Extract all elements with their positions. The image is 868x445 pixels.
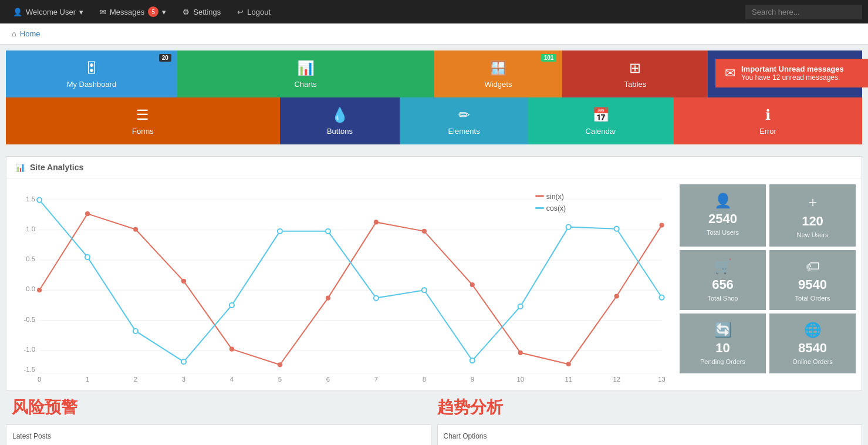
error-icon: ℹ bbox=[765, 107, 771, 123]
buttons-icon: 💧 bbox=[331, 107, 349, 123]
svg-text:-1.0: -1.0 bbox=[24, 346, 35, 353]
trend-panel: Chart Options bbox=[437, 424, 863, 445]
cos-dot bbox=[374, 295, 379, 300]
tables-label: Tables bbox=[624, 80, 647, 89]
tile-buttons[interactable]: 💧 Buttons bbox=[280, 97, 400, 144]
forms-label: Forms bbox=[132, 127, 154, 136]
search-input[interactable] bbox=[745, 5, 862, 19]
sin-dot bbox=[181, 279, 186, 284]
tile-calendar[interactable]: 📅 Calendar bbox=[528, 97, 674, 144]
sin-dot bbox=[518, 350, 523, 355]
svg-text:-0.5: -0.5 bbox=[24, 316, 35, 323]
trend-header: 趋势分析 bbox=[437, 390, 857, 424]
cos-dot bbox=[566, 225, 571, 230]
cos-dot bbox=[133, 329, 138, 333]
svg-text:1.5: 1.5 bbox=[26, 195, 35, 203]
online-orders-number: 8540 bbox=[798, 341, 827, 356]
chart-container: .axis-line { stroke: #ccc; stroke-width:… bbox=[12, 184, 674, 384]
breadcrumb-area: ⌂ Home ✉ Important Unread messages You h… bbox=[0, 23, 868, 45]
sin-dot bbox=[470, 282, 475, 287]
stat-total-users[interactable]: 👤 2540 Total Users bbox=[680, 184, 766, 247]
svg-text:7: 7 bbox=[374, 376, 378, 383]
stat-online-orders[interactable]: 🌐 8540 Online Orders bbox=[769, 313, 856, 373]
home-icon: ⌂ bbox=[12, 29, 16, 38]
user-label: Welcome User bbox=[26, 8, 76, 16]
svg-text:-1.5: -1.5 bbox=[24, 366, 35, 373]
analytics-panel: 📊 Site Analytics .axis-line { stroke: #c… bbox=[6, 156, 862, 390]
messages-badge: 5 bbox=[148, 6, 158, 17]
svg-text:1: 1 bbox=[86, 376, 89, 383]
navbar-left: 👤 Welcome User ▾ ✉ Messages 5 ▾ ⚙ Settin… bbox=[6, 0, 278, 23]
dashboard-label: My Dashboard bbox=[67, 80, 117, 89]
stat-pending-orders[interactable]: 🔄 10 Pending Orders bbox=[680, 313, 766, 373]
total-orders-number: 9540 bbox=[798, 277, 827, 292]
sin-dot bbox=[229, 347, 234, 352]
tile-charts[interactable]: 📊 Charts bbox=[177, 50, 434, 97]
navbar: 👤 Welcome User ▾ ✉ Messages 5 ▾ ⚙ Settin… bbox=[0, 0, 868, 23]
tile-dashboard[interactable]: 20 🎛 My Dashboard bbox=[6, 50, 177, 97]
cos-dot bbox=[659, 295, 664, 299]
toast-content: Important Unread messages You have 12 un… bbox=[741, 65, 844, 82]
sin-dot bbox=[566, 362, 571, 366]
stat-total-shop[interactable]: 🛒 656 Total Shop bbox=[680, 250, 766, 310]
tile-elements[interactable]: ✏ Elements bbox=[400, 97, 528, 144]
sin-dot bbox=[374, 220, 379, 224]
svg-text:5: 5 bbox=[278, 376, 282, 383]
gear-icon: ⚙ bbox=[183, 8, 190, 16]
stat-new-users[interactable]: ＋ 120 New Users bbox=[769, 184, 856, 247]
cos-dot bbox=[470, 358, 475, 363]
orders-stat-icon: 🏷 bbox=[806, 258, 820, 275]
total-users-label: Total Users bbox=[707, 229, 739, 236]
new-users-number: 120 bbox=[802, 214, 823, 229]
svg-text:3: 3 bbox=[182, 376, 185, 383]
logout-button[interactable]: ↩ Logout bbox=[230, 0, 278, 23]
total-shop-number: 656 bbox=[712, 277, 734, 292]
widgets-icon: 🪟 bbox=[489, 60, 507, 76]
svg-text:sin(x): sin(x) bbox=[546, 193, 564, 201]
svg-text:8: 8 bbox=[423, 376, 426, 383]
tile-widgets[interactable]: 101 🪟 Widgets bbox=[434, 50, 562, 97]
widgets-label: Widgets bbox=[484, 80, 512, 89]
logout-icon: ↩ bbox=[237, 8, 244, 16]
user-stat-icon: 👤 bbox=[714, 193, 732, 209]
svg-text:cos(x): cos(x) bbox=[546, 204, 566, 213]
settings-menu[interactable]: ⚙ Settings bbox=[175, 0, 228, 23]
messages-dropdown-icon: ▾ bbox=[162, 8, 166, 16]
tile-forms[interactable]: ☰ Forms bbox=[6, 97, 280, 144]
logout-label: Logout bbox=[247, 8, 271, 16]
svg-text:13: 13 bbox=[658, 376, 666, 383]
toast-body: You have 12 unread messages. bbox=[741, 73, 844, 82]
sin-dot bbox=[133, 227, 138, 232]
cos-dot bbox=[326, 229, 330, 234]
section-headers: 风险预警 趋势分析 bbox=[6, 390, 862, 424]
envelope-icon: ✉ bbox=[100, 8, 106, 16]
cos-dot bbox=[518, 304, 523, 309]
home-link[interactable]: Home bbox=[20, 29, 40, 38]
charts-icon: 📊 bbox=[297, 60, 315, 76]
svg-text:0: 0 bbox=[38, 376, 41, 383]
stat-total-orders[interactable]: 🏷 9540 Total Orders bbox=[769, 250, 856, 310]
sin-dot bbox=[278, 362, 282, 367]
new-users-label: New Users bbox=[797, 231, 829, 238]
svg-text:4: 4 bbox=[230, 376, 234, 383]
svg-rect-28 bbox=[535, 195, 543, 197]
tile-error[interactable]: ℹ Error bbox=[674, 97, 862, 144]
bottom-panels: Latest Posts Chart Options bbox=[6, 424, 862, 445]
cos-dot bbox=[181, 359, 186, 364]
user-menu[interactable]: 👤 Welcome User ▾ bbox=[6, 0, 90, 23]
analytics-body: .axis-line { stroke: #ccc; stroke-width:… bbox=[6, 178, 862, 390]
messages-menu[interactable]: ✉ Messages 5 ▾ bbox=[93, 0, 173, 23]
total-users-number: 2540 bbox=[708, 211, 737, 227]
panel-header: 📊 Site Analytics bbox=[6, 157, 862, 178]
widgets-badge: 101 bbox=[541, 54, 557, 62]
tile-tables[interactable]: ⊞ Tables bbox=[562, 50, 708, 97]
calendar-label: Calendar bbox=[586, 127, 617, 136]
chart-options-label: Chart Options bbox=[444, 432, 487, 440]
cos-dot bbox=[229, 303, 234, 308]
svg-text:0.0: 0.0 bbox=[26, 285, 35, 292]
risk-header: 风险预警 bbox=[12, 390, 431, 424]
sin-dot bbox=[326, 295, 330, 300]
svg-text:2: 2 bbox=[134, 376, 137, 383]
svg-text:11: 11 bbox=[565, 376, 572, 383]
total-shop-label: Total Shop bbox=[708, 295, 738, 302]
